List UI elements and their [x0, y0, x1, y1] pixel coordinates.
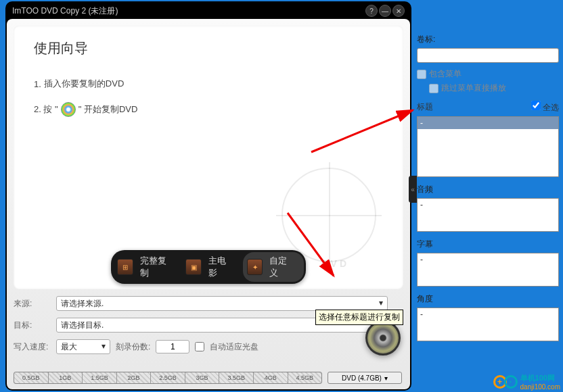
select-all-row: 全选: [531, 101, 559, 114]
size-tick: 2GB: [117, 372, 152, 383]
title-label: 标题: [417, 101, 433, 113]
film-plus-icon: ⊞: [117, 259, 133, 275]
tab-main-movie[interactable]: ▣ 主电影: [181, 252, 242, 282]
wizard-step-2: 2. 按 " " 开始复制DVD: [34, 102, 383, 117]
app-window: ImTOO DVD Copy 2 (未注册) ? — ✕ 使用向导 1. 插入你…: [5, 1, 411, 391]
list-item[interactable]: -: [418, 117, 558, 129]
speed-dropdown[interactable]: 最大: [56, 339, 110, 354]
audio-label: 音频: [417, 184, 559, 195]
tooltip: 选择任意标题进行复制: [315, 310, 403, 325]
skip-menu-row: 跳过菜单直接播放: [429, 82, 559, 94]
film-gear-icon: ✦: [247, 259, 263, 275]
size-tick: 1.5GB: [83, 372, 117, 383]
select-all-checkbox[interactable]: [531, 101, 541, 110]
wizard-step-1: 1. 插入你要复制的DVD: [34, 78, 383, 90]
minimize-button[interactable]: —: [379, 5, 391, 17]
size-tick: 4.5GB: [288, 372, 322, 383]
angle-label: 角度: [417, 293, 559, 305]
dvd-small-icon: [61, 102, 76, 117]
wizard-heading: 使用向导: [34, 39, 383, 57]
size-tick: 2.5GB: [151, 372, 185, 383]
target-label: 目标:: [14, 320, 51, 331]
list-item[interactable]: -: [418, 253, 558, 266]
volume-label: 卷标:: [417, 34, 559, 45]
mode-tabs: ⊞ 完整复制 ▣ 主电影 ✦ 自定义: [111, 250, 306, 284]
source-row: 来源: 请选择来源.: [14, 296, 403, 311]
titlebar: ImTOO DVD Copy 2 (未注册) ? — ✕: [7, 3, 410, 19]
copies-label: 刻录份数:: [116, 341, 150, 353]
subtitle-label: 字幕: [417, 239, 559, 250]
list-item[interactable]: -: [418, 308, 558, 320]
audio-list[interactable]: -: [417, 198, 559, 232]
angle-list[interactable]: -: [417, 308, 559, 341]
list-item[interactable]: -: [418, 199, 558, 211]
dvd-bg-label: DVD: [321, 258, 349, 269]
size-bar: 0.5GB 1GB 1.5GB 2GB 2.5GB 3GB 3.5GB 4GB …: [14, 372, 322, 384]
include-menu-row: 包含菜单: [417, 68, 559, 80]
wizard-panel: 使用向导 1. 插入你要复制的DVD 2. 按 " " 开始复制DVD DVD …: [14, 26, 403, 289]
inner-panel: 使用向导 1. 插入你要复制的DVD 2. 按 " " 开始复制DVD DVD …: [7, 19, 410, 389]
size-tick: 4GB: [254, 372, 288, 383]
autofit-label: 自动适应光盘: [210, 341, 258, 353]
tab-full-copy[interactable]: ⊞ 完整复制: [113, 252, 181, 282]
source-label: 来源:: [14, 298, 51, 310]
volume-input[interactable]: [417, 48, 559, 63]
autofit-checkbox[interactable]: [195, 342, 204, 351]
size-tick: 3GB: [185, 372, 220, 383]
help-button[interactable]: ?: [365, 5, 378, 17]
logo-icon: +·: [493, 375, 518, 389]
speed-label: 写入速度:: [14, 341, 51, 353]
title-list[interactable]: -: [417, 116, 559, 177]
close-button[interactable]: ✕: [392, 5, 405, 17]
capacity-dropdown[interactable]: DVD (4.7GB): [328, 372, 402, 384]
size-tick: 1GB: [49, 372, 83, 383]
source-dropdown[interactable]: 请选择来源.: [56, 296, 388, 311]
site-logo: +· 单机100网 danji100.com: [493, 373, 560, 391]
logo-brand: 单机100网: [520, 373, 560, 383]
size-tick: 3.5GB: [219, 372, 254, 383]
expand-handle[interactable]: «: [409, 176, 417, 203]
crosshair-graphic: [282, 168, 376, 262]
copies-input[interactable]: [156, 340, 189, 353]
side-panel: 卷标: 包含菜单 跳过菜单直接播放 标题 全选 - 音频 - 字幕 - 角度 -: [417, 34, 559, 348]
size-tick: 0.5GB: [14, 372, 49, 383]
film-icon: ▣: [185, 259, 202, 275]
app-title: ImTOO DVD Copy 2 (未注册): [12, 5, 118, 17]
title-header: 标题 全选: [417, 101, 559, 114]
logo-url: danji100.com: [520, 383, 560, 391]
include-menu-checkbox: [417, 70, 426, 79]
subtitle-list[interactable]: -: [417, 253, 559, 287]
speed-row: 写入速度: 最大 刻录份数: 自动适应光盘: [14, 339, 403, 354]
tab-custom[interactable]: ✦ 自定义: [243, 252, 304, 282]
start-copy-button[interactable]: [365, 320, 401, 356]
skip-menu-checkbox: [429, 84, 438, 93]
